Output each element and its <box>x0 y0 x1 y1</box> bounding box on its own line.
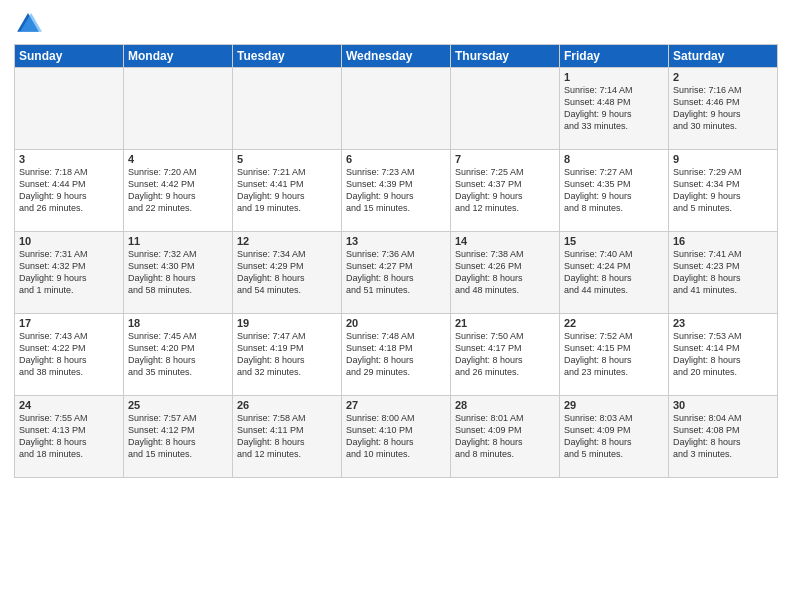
day-info: Sunrise: 7:52 AM Sunset: 4:15 PM Dayligh… <box>564 330 664 379</box>
day-number: 10 <box>19 235 119 247</box>
calendar-cell: 7Sunrise: 7:25 AM Sunset: 4:37 PM Daylig… <box>451 150 560 232</box>
day-number: 24 <box>19 399 119 411</box>
day-info: Sunrise: 7:48 AM Sunset: 4:18 PM Dayligh… <box>346 330 446 379</box>
day-info: Sunrise: 7:50 AM Sunset: 4:17 PM Dayligh… <box>455 330 555 379</box>
day-number: 29 <box>564 399 664 411</box>
calendar-cell: 1Sunrise: 7:14 AM Sunset: 4:48 PM Daylig… <box>560 68 669 150</box>
day-info: Sunrise: 7:34 AM Sunset: 4:29 PM Dayligh… <box>237 248 337 297</box>
weekday-thursday: Thursday <box>451 45 560 68</box>
day-number: 11 <box>128 235 228 247</box>
calendar-cell: 6Sunrise: 7:23 AM Sunset: 4:39 PM Daylig… <box>342 150 451 232</box>
calendar-cell: 25Sunrise: 7:57 AM Sunset: 4:12 PM Dayli… <box>124 396 233 478</box>
day-info: Sunrise: 7:29 AM Sunset: 4:34 PM Dayligh… <box>673 166 773 215</box>
day-info: Sunrise: 7:43 AM Sunset: 4:22 PM Dayligh… <box>19 330 119 379</box>
calendar-cell: 3Sunrise: 7:18 AM Sunset: 4:44 PM Daylig… <box>15 150 124 232</box>
day-number: 17 <box>19 317 119 329</box>
day-number: 14 <box>455 235 555 247</box>
calendar-cell: 29Sunrise: 8:03 AM Sunset: 4:09 PM Dayli… <box>560 396 669 478</box>
day-number: 19 <box>237 317 337 329</box>
calendar-cell <box>233 68 342 150</box>
calendar-cell: 21Sunrise: 7:50 AM Sunset: 4:17 PM Dayli… <box>451 314 560 396</box>
calendar-cell: 26Sunrise: 7:58 AM Sunset: 4:11 PM Dayli… <box>233 396 342 478</box>
header <box>14 10 778 38</box>
calendar-header: SundayMondayTuesdayWednesdayThursdayFrid… <box>15 45 778 68</box>
calendar-cell <box>342 68 451 150</box>
calendar-cell: 11Sunrise: 7:32 AM Sunset: 4:30 PM Dayli… <box>124 232 233 314</box>
day-info: Sunrise: 7:57 AM Sunset: 4:12 PM Dayligh… <box>128 412 228 461</box>
day-number: 28 <box>455 399 555 411</box>
day-info: Sunrise: 7:40 AM Sunset: 4:24 PM Dayligh… <box>564 248 664 297</box>
day-number: 25 <box>128 399 228 411</box>
week-row-1: 1Sunrise: 7:14 AM Sunset: 4:48 PM Daylig… <box>15 68 778 150</box>
day-number: 20 <box>346 317 446 329</box>
weekday-sunday: Sunday <box>15 45 124 68</box>
logo <box>14 10 46 38</box>
calendar-cell: 4Sunrise: 7:20 AM Sunset: 4:42 PM Daylig… <box>124 150 233 232</box>
day-number: 21 <box>455 317 555 329</box>
calendar-cell: 2Sunrise: 7:16 AM Sunset: 4:46 PM Daylig… <box>669 68 778 150</box>
calendar-cell: 28Sunrise: 8:01 AM Sunset: 4:09 PM Dayli… <box>451 396 560 478</box>
day-info: Sunrise: 7:38 AM Sunset: 4:26 PM Dayligh… <box>455 248 555 297</box>
calendar-cell <box>124 68 233 150</box>
day-info: Sunrise: 7:16 AM Sunset: 4:46 PM Dayligh… <box>673 84 773 133</box>
day-info: Sunrise: 7:45 AM Sunset: 4:20 PM Dayligh… <box>128 330 228 379</box>
day-number: 4 <box>128 153 228 165</box>
weekday-wednesday: Wednesday <box>342 45 451 68</box>
day-number: 26 <box>237 399 337 411</box>
calendar-container: SundayMondayTuesdayWednesdayThursdayFrid… <box>0 0 792 612</box>
day-number: 3 <box>19 153 119 165</box>
day-info: Sunrise: 7:27 AM Sunset: 4:35 PM Dayligh… <box>564 166 664 215</box>
day-info: Sunrise: 8:03 AM Sunset: 4:09 PM Dayligh… <box>564 412 664 461</box>
day-info: Sunrise: 7:20 AM Sunset: 4:42 PM Dayligh… <box>128 166 228 215</box>
day-info: Sunrise: 7:23 AM Sunset: 4:39 PM Dayligh… <box>346 166 446 215</box>
weekday-tuesday: Tuesday <box>233 45 342 68</box>
calendar-body: 1Sunrise: 7:14 AM Sunset: 4:48 PM Daylig… <box>15 68 778 478</box>
day-number: 2 <box>673 71 773 83</box>
calendar-cell: 24Sunrise: 7:55 AM Sunset: 4:13 PM Dayli… <box>15 396 124 478</box>
day-number: 16 <box>673 235 773 247</box>
day-number: 12 <box>237 235 337 247</box>
day-info: Sunrise: 7:58 AM Sunset: 4:11 PM Dayligh… <box>237 412 337 461</box>
day-number: 7 <box>455 153 555 165</box>
calendar-cell: 15Sunrise: 7:40 AM Sunset: 4:24 PM Dayli… <box>560 232 669 314</box>
day-info: Sunrise: 7:36 AM Sunset: 4:27 PM Dayligh… <box>346 248 446 297</box>
day-info: Sunrise: 7:32 AM Sunset: 4:30 PM Dayligh… <box>128 248 228 297</box>
day-info: Sunrise: 7:31 AM Sunset: 4:32 PM Dayligh… <box>19 248 119 297</box>
day-info: Sunrise: 7:41 AM Sunset: 4:23 PM Dayligh… <box>673 248 773 297</box>
day-info: Sunrise: 8:04 AM Sunset: 4:08 PM Dayligh… <box>673 412 773 461</box>
week-row-4: 17Sunrise: 7:43 AM Sunset: 4:22 PM Dayli… <box>15 314 778 396</box>
calendar-cell: 27Sunrise: 8:00 AM Sunset: 4:10 PM Dayli… <box>342 396 451 478</box>
calendar-table: SundayMondayTuesdayWednesdayThursdayFrid… <box>14 44 778 478</box>
day-info: Sunrise: 7:21 AM Sunset: 4:41 PM Dayligh… <box>237 166 337 215</box>
day-number: 22 <box>564 317 664 329</box>
calendar-cell: 14Sunrise: 7:38 AM Sunset: 4:26 PM Dayli… <box>451 232 560 314</box>
day-number: 6 <box>346 153 446 165</box>
weekday-monday: Monday <box>124 45 233 68</box>
weekday-row: SundayMondayTuesdayWednesdayThursdayFrid… <box>15 45 778 68</box>
day-number: 1 <box>564 71 664 83</box>
day-number: 5 <box>237 153 337 165</box>
day-number: 30 <box>673 399 773 411</box>
calendar-cell: 8Sunrise: 7:27 AM Sunset: 4:35 PM Daylig… <box>560 150 669 232</box>
day-number: 27 <box>346 399 446 411</box>
calendar-cell: 23Sunrise: 7:53 AM Sunset: 4:14 PM Dayli… <box>669 314 778 396</box>
day-number: 8 <box>564 153 664 165</box>
calendar-cell <box>15 68 124 150</box>
day-info: Sunrise: 7:55 AM Sunset: 4:13 PM Dayligh… <box>19 412 119 461</box>
calendar-cell: 9Sunrise: 7:29 AM Sunset: 4:34 PM Daylig… <box>669 150 778 232</box>
calendar-cell: 30Sunrise: 8:04 AM Sunset: 4:08 PM Dayli… <box>669 396 778 478</box>
day-number: 23 <box>673 317 773 329</box>
week-row-2: 3Sunrise: 7:18 AM Sunset: 4:44 PM Daylig… <box>15 150 778 232</box>
day-number: 9 <box>673 153 773 165</box>
day-info: Sunrise: 7:14 AM Sunset: 4:48 PM Dayligh… <box>564 84 664 133</box>
calendar-cell: 12Sunrise: 7:34 AM Sunset: 4:29 PM Dayli… <box>233 232 342 314</box>
calendar-cell: 18Sunrise: 7:45 AM Sunset: 4:20 PM Dayli… <box>124 314 233 396</box>
calendar-cell: 19Sunrise: 7:47 AM Sunset: 4:19 PM Dayli… <box>233 314 342 396</box>
calendar-cell: 22Sunrise: 7:52 AM Sunset: 4:15 PM Dayli… <box>560 314 669 396</box>
day-info: Sunrise: 7:25 AM Sunset: 4:37 PM Dayligh… <box>455 166 555 215</box>
day-info: Sunrise: 7:53 AM Sunset: 4:14 PM Dayligh… <box>673 330 773 379</box>
day-info: Sunrise: 8:01 AM Sunset: 4:09 PM Dayligh… <box>455 412 555 461</box>
weekday-saturday: Saturday <box>669 45 778 68</box>
calendar-cell: 10Sunrise: 7:31 AM Sunset: 4:32 PM Dayli… <box>15 232 124 314</box>
calendar-cell <box>451 68 560 150</box>
